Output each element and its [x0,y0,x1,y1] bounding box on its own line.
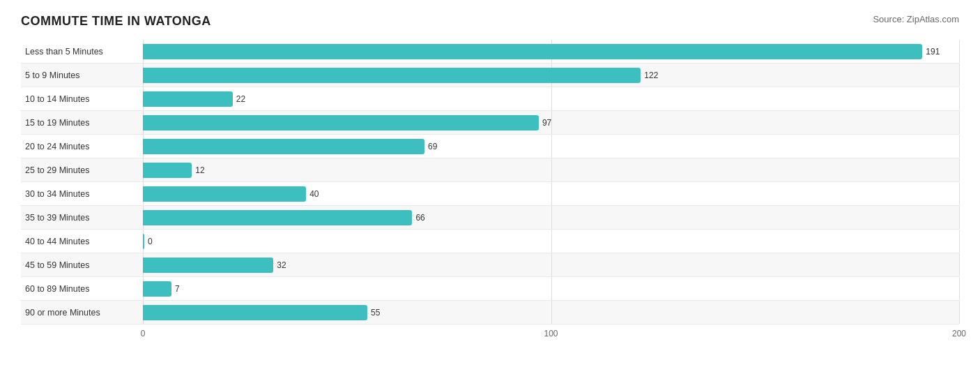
bar-container: 122 [143,64,959,87]
bar-value: 22 [236,94,245,104]
bar-container: 66 [143,206,959,229]
bar-container: 0 [143,230,959,253]
bar-row: 35 to 39 Minutes66 [21,206,959,230]
bar-row: 60 to 89 Minutes7 [21,277,959,301]
bar [143,115,539,131]
chart-wrapper: COMMUTE TIME IN WATONGA Source: ZipAtlas… [21,14,959,343]
bar [143,68,641,83]
bar-value: 55 [371,308,380,318]
row-label: 20 to 24 Minutes [21,142,143,151]
bar [143,210,412,225]
bar-value: 97 [542,118,551,128]
bar-value: 0 [148,237,153,246]
x-axis-tick: 100 [544,329,558,338]
bar [143,234,144,249]
bar-value: 66 [415,213,424,223]
chart-title: COMMUTE TIME IN WATONGA [21,14,211,29]
bar-value: 69 [428,142,437,151]
chart-header: COMMUTE TIME IN WATONGA Source: ZipAtlas… [21,14,959,29]
row-label: Less than 5 Minutes [21,47,143,57]
bar-value: 40 [309,189,319,199]
row-label: 90 or more Minutes [21,308,143,318]
row-label: 45 to 59 Minutes [21,260,143,270]
row-label: 40 to 44 Minutes [21,237,143,246]
bar-row: 5 to 9 Minutes122 [21,64,959,87]
bar [143,163,192,178]
bar-row: Less than 5 Minutes191 [21,40,959,64]
chart-area: Less than 5 Minutes1915 to 9 Minutes1221… [21,40,959,343]
x-axis: 0100200 [143,329,959,343]
row-label: 30 to 34 Minutes [21,189,143,199]
bar [143,258,273,273]
bar-container: 22 [143,87,959,110]
bar-row: 15 to 19 Minutes97 [21,111,959,135]
row-label: 35 to 39 Minutes [21,213,143,223]
bar-container: 97 [143,111,959,134]
bar-row: 90 or more Minutes55 [21,301,959,325]
bar-container: 40 [143,182,959,205]
x-axis-tick: 0 [141,329,146,338]
bar-container: 69 [143,135,959,158]
bar-value: 122 [644,70,658,80]
bar-container: 7 [143,277,959,300]
x-axis-tick: 200 [952,329,966,338]
bar-row: 30 to 34 Minutes40 [21,182,959,206]
row-label: 5 to 9 Minutes [21,70,143,80]
chart-source: Source: ZipAtlas.com [873,14,959,24]
bar [143,91,233,107]
bar-row: 10 to 14 Minutes22 [21,87,959,111]
bar [143,139,424,154]
bar-row: 25 to 29 Minutes12 [21,158,959,182]
bar-row: 45 to 59 Minutes32 [21,253,959,277]
bar-value: 12 [195,165,204,175]
bar-container: 191 [143,40,959,63]
bar-value: 7 [175,284,180,294]
bar-row: 40 to 44 Minutes0 [21,230,959,253]
row-label: 25 to 29 Minutes [21,165,143,175]
bar-container: 12 [143,158,959,181]
bar [143,281,171,297]
bar-container: 55 [143,301,959,324]
row-label: 10 to 14 Minutes [21,94,143,104]
bar-value: 32 [277,260,286,270]
bar [143,186,306,202]
bar-row: 20 to 24 Minutes69 [21,135,959,158]
bar-value: 191 [926,47,940,57]
bar [143,44,922,59]
bars-container: Less than 5 Minutes1915 to 9 Minutes1221… [21,40,959,325]
bar [143,305,367,320]
row-label: 15 to 19 Minutes [21,118,143,128]
row-label: 60 to 89 Minutes [21,284,143,294]
bar-container: 32 [143,253,959,276]
